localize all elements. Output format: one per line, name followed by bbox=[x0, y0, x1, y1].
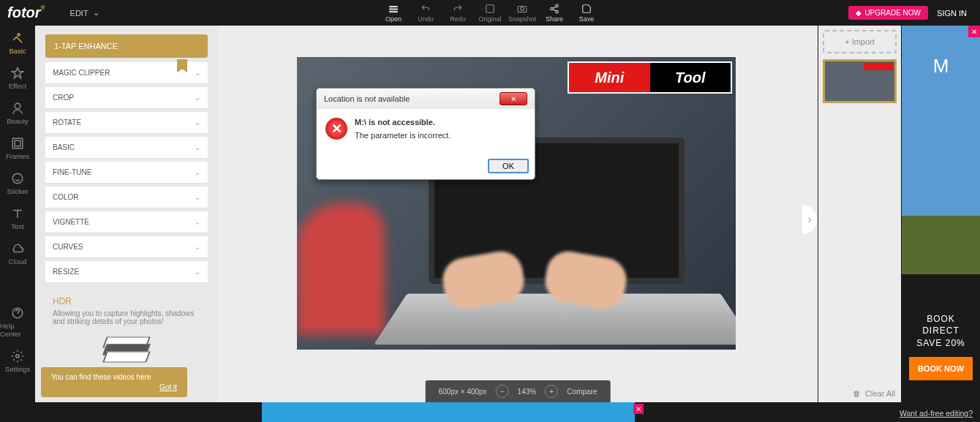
hdr-description: Allowing you to capture highlights, shad… bbox=[53, 309, 200, 325]
redo-button[interactable]: Redo bbox=[442, 2, 474, 24]
sidebar-item-frames[interactable]: Frames bbox=[0, 131, 35, 166]
chevron-down-icon: ⌄ bbox=[195, 218, 200, 226]
adfree-link[interactable]: Want ad-free editing? bbox=[900, 409, 973, 418]
ad-cta-button[interactable]: BOOK NOW bbox=[909, 357, 973, 380]
footer-ad[interactable]: ✕ bbox=[262, 402, 635, 422]
edit-menu[interactable]: EDIT ⌄ bbox=[70, 8, 99, 18]
clear-all-button[interactable]: 🗑 Clear All bbox=[853, 389, 895, 398]
upgrade-label: UPGRADE NOW bbox=[864, 9, 921, 17]
svg-point-8 bbox=[556, 10, 559, 12]
tool-resize[interactable]: RESIZE⌄ bbox=[45, 261, 208, 283]
svg-rect-2 bbox=[390, 11, 398, 12]
dialog-title: Location is not available bbox=[324, 94, 410, 103]
snapshot-button[interactable]: Snapshot bbox=[506, 2, 538, 24]
tool-label: FINE-TUNE bbox=[53, 168, 91, 176]
dialog-body: ✕ M:\ is not accessible. The parameter i… bbox=[317, 109, 535, 153]
ad-close-button[interactable]: ✕ bbox=[968, 26, 980, 37]
sidebar-left: Basic Effect Beauty Frames Sticker Text … bbox=[0, 26, 35, 402]
ad-text: BOOK DIRECT SAVE 20% bbox=[916, 313, 965, 350]
sidebar-label-help: Help Center bbox=[0, 322, 35, 338]
zoom-in-button[interactable]: + bbox=[545, 385, 558, 398]
svg-rect-0 bbox=[390, 6, 398, 7]
redo-label: Redo bbox=[450, 15, 466, 23]
snapshot-label: Snapshot bbox=[508, 15, 536, 23]
svg-rect-11 bbox=[15, 140, 20, 146]
tool-magic-clipper[interactable]: MAGIC CLIPPER⌄ bbox=[45, 62, 208, 84]
edit-menu-label: EDIT bbox=[70, 9, 88, 18]
signin-button[interactable]: SIGN IN bbox=[937, 9, 973, 18]
topbar: fotor EDIT ⌄ Open Undo Redo Original Sna… bbox=[0, 0, 980, 26]
open-label: Open bbox=[385, 15, 402, 23]
svg-point-9 bbox=[15, 103, 20, 109]
undo-button[interactable]: Undo bbox=[410, 2, 442, 24]
save-button[interactable]: Save bbox=[570, 2, 603, 24]
canvas-statusbar: 600px × 400px − 143% + Compare bbox=[426, 380, 611, 402]
tool-rotate[interactable]: ROTATE⌄ bbox=[45, 112, 208, 134]
chevron-down-icon: ⌄ bbox=[195, 193, 200, 201]
svg-point-4 bbox=[521, 7, 524, 10]
windows-error-dialog: Location is not available ✕ ✕ M:\ is not… bbox=[316, 88, 535, 180]
dialog-ok-button: OK bbox=[488, 159, 529, 173]
sidebar-label-beauty: Beauty bbox=[7, 117, 29, 125]
sidebar-item-effect[interactable]: Effect bbox=[0, 61, 35, 96]
tool-curves[interactable]: CURVES⌄ bbox=[45, 236, 208, 258]
chevron-down-icon: ⌄ bbox=[195, 268, 200, 276]
clear-all-label: Clear All bbox=[865, 389, 895, 398]
undo-label: Undo bbox=[418, 15, 434, 23]
zoom-out-button[interactable]: − bbox=[496, 385, 509, 398]
hdr-promo[interactable]: HDR Allowing you to capture highlights, … bbox=[45, 289, 208, 372]
sidebar-item-beauty[interactable]: Beauty bbox=[0, 96, 35, 131]
ad-sidebar[interactable]: ✕ M BOOK DIRECT SAVE 20% BOOK NOW bbox=[902, 26, 980, 402]
topbar-right: ◆ UPGRADE NOW SIGN IN bbox=[848, 6, 973, 20]
dialog-line2: The parameter is incorrect. bbox=[355, 131, 451, 140]
sidebar-item-settings[interactable]: Settings bbox=[0, 344, 35, 379]
save-label: Save bbox=[579, 15, 595, 23]
image-thumbnail[interactable] bbox=[823, 59, 897, 103]
svg-point-12 bbox=[12, 173, 23, 184]
minitool-right: Tool bbox=[650, 63, 731, 92]
tool-label: MAGIC CLIPPER bbox=[53, 69, 110, 77]
sidebar-item-sticker[interactable]: Sticker bbox=[0, 166, 35, 201]
tool-basic[interactable]: BASIC⌄ bbox=[45, 137, 208, 159]
share-button[interactable]: Share bbox=[538, 2, 570, 24]
tool-finetune[interactable]: FINE-TUNE⌄ bbox=[45, 162, 208, 184]
close-icon: ✕ bbox=[510, 95, 516, 103]
error-icon: ✕ bbox=[325, 118, 347, 140]
sidebar-label-settings: Settings bbox=[5, 365, 30, 373]
upgrade-button[interactable]: ◆ UPGRADE NOW bbox=[848, 6, 928, 20]
original-label: Original bbox=[478, 15, 501, 23]
tooltip-text: You can find these videos here bbox=[51, 373, 177, 381]
tool-label: RESIZE bbox=[53, 268, 79, 276]
sidebar-item-basic[interactable]: Basic bbox=[0, 26, 35, 61]
tool-label: CURVES bbox=[53, 243, 83, 251]
zoom-level: 143% bbox=[518, 388, 537, 396]
tool-crop[interactable]: CROP⌄ bbox=[45, 87, 208, 109]
tooltip-dismiss-button[interactable]: Got it bbox=[51, 383, 177, 391]
svg-point-7 bbox=[551, 7, 554, 10]
original-button[interactable]: Original bbox=[474, 2, 506, 24]
sidebar-item-text[interactable]: Text bbox=[0, 201, 35, 236]
share-label: Share bbox=[546, 15, 563, 23]
topbar-actions: Open Undo Redo Original Snapshot Share S… bbox=[377, 2, 603, 24]
ad-logo-icon: M bbox=[933, 55, 949, 78]
open-button[interactable]: Open bbox=[377, 2, 410, 24]
chevron-down-icon: ⌄ bbox=[195, 143, 200, 151]
import-button[interactable]: + Import bbox=[823, 30, 897, 53]
dialog-titlebar: Location is not available ✕ bbox=[317, 88, 535, 109]
sidebar-item-help[interactable]: Help Center bbox=[0, 301, 35, 344]
tool-vignette[interactable]: VIGNETTE⌄ bbox=[45, 211, 208, 233]
footer-ad-close-button[interactable]: ✕ bbox=[633, 404, 644, 414]
canvas-image[interactable]: Mini Tool Location is not available ✕ ✕ … bbox=[297, 57, 736, 350]
svg-rect-10 bbox=[12, 138, 23, 148]
tool-label: BASIC bbox=[53, 143, 75, 151]
svg-point-6 bbox=[556, 4, 559, 7]
enhance-button[interactable]: 1-TAP ENHANCE bbox=[45, 34, 208, 58]
compare-button[interactable]: Compare bbox=[567, 388, 597, 396]
tools-panel: 1-TAP ENHANCE MAGIC CLIPPER⌄ CROP⌄ ROTAT… bbox=[35, 26, 218, 402]
brand-logo: fotor bbox=[7, 4, 41, 21]
tutorial-tooltip: You can find these videos here Got it bbox=[41, 367, 187, 397]
canvas-dimensions: 600px × 400px bbox=[439, 388, 487, 396]
tool-color[interactable]: COLOR⌄ bbox=[45, 186, 208, 208]
hdr-title: HDR bbox=[53, 296, 200, 306]
sidebar-item-cloud[interactable]: Cloud bbox=[0, 236, 35, 271]
